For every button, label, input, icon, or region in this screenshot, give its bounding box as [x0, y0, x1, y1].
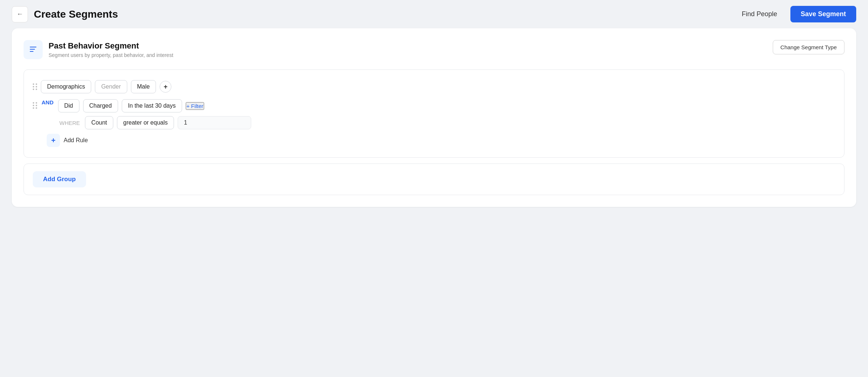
svg-rect-1	[30, 49, 35, 50]
group-1-box: Demographics Gender Male +	[24, 69, 844, 158]
add-group-button[interactable]: Add Group	[33, 171, 86, 187]
demographics-rule-row: Demographics Gender Male +	[33, 80, 835, 93]
and-label: AND	[42, 99, 54, 105]
timeframe-pill[interactable]: In the last 30 days	[122, 99, 182, 112]
segment-subtitle: Segment users by property, past behavior…	[49, 52, 173, 58]
find-people-button[interactable]: Find People	[734, 7, 785, 22]
gender-condition-pill[interactable]: Gender	[95, 80, 127, 93]
count-metric-pill[interactable]: Count	[85, 116, 113, 129]
operator-pill[interactable]: greater or equals	[117, 116, 174, 129]
value-field[interactable]: 1	[178, 116, 251, 129]
add-rule-row: + Add Rule	[33, 134, 835, 147]
main-card: Past Behavior Segment Segment users by p…	[12, 28, 856, 207]
back-icon: ←	[17, 10, 23, 18]
charged-rule-row: Did Charged In the last 30 days + Filter	[58, 99, 252, 112]
back-button[interactable]: ←	[12, 6, 28, 22]
filter-button[interactable]: + Filter	[186, 102, 204, 110]
plus-icon: +	[186, 103, 190, 109]
add-rule-label: Add Rule	[64, 137, 88, 144]
male-value-pill[interactable]: Male	[131, 80, 156, 93]
drag-handle-1[interactable]	[33, 83, 37, 90]
charged-pill[interactable]: Charged	[83, 99, 118, 112]
svg-rect-0	[30, 47, 36, 47]
add-rule-button[interactable]: +	[47, 134, 60, 147]
where-label: WHERE	[58, 117, 82, 129]
page-title: Create Segments	[34, 8, 729, 20]
add-condition-button[interactable]: +	[160, 81, 171, 93]
change-segment-type-button[interactable]: Change Segment Type	[773, 40, 844, 54]
demographics-category-pill[interactable]: Demographics	[41, 80, 91, 93]
did-pill[interactable]: Did	[58, 99, 79, 112]
segment-header: Past Behavior Segment Segment users by p…	[24, 40, 844, 59]
add-group-box: Add Group	[24, 164, 844, 195]
segment-icon	[24, 40, 43, 59]
drag-handle-2[interactable]	[33, 102, 37, 109]
segment-title: Past Behavior Segment	[49, 41, 173, 51]
svg-rect-2	[30, 51, 33, 52]
where-rule-row: WHERE Count greater or equals 1	[58, 116, 252, 129]
save-segment-button[interactable]: Save Segment	[790, 6, 856, 22]
